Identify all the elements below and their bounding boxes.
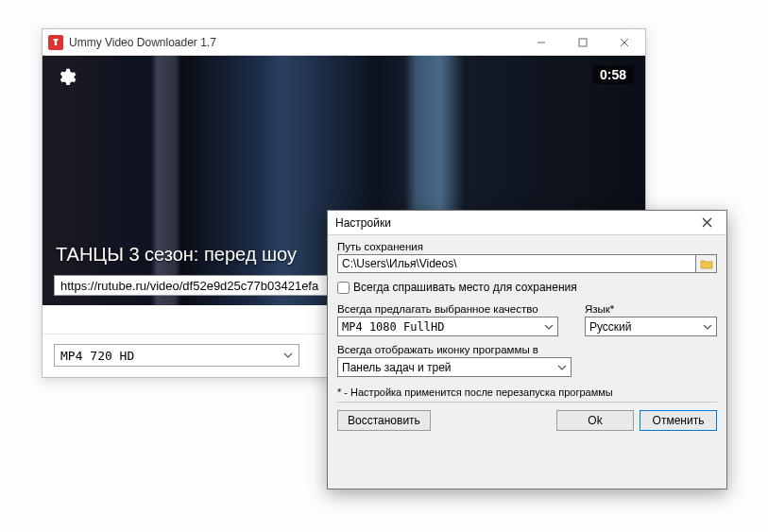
tray-label: Всегда отображать иконку программы в xyxy=(337,344,717,355)
video-title: ТАНЦЫ 3 сезон: перед шоу xyxy=(56,244,297,266)
maximize-button[interactable] xyxy=(562,29,604,55)
language-select[interactable]: Русский xyxy=(585,317,717,336)
dialog-close-button[interactable] xyxy=(687,211,726,234)
dialog-body: Путь сохранения Всегда спрашивать место … xyxy=(328,235,726,438)
window-title: Ummy Video Downloader 1.7 xyxy=(69,36,521,49)
chevron-down-icon xyxy=(703,322,712,332)
chevron-down-icon xyxy=(544,322,554,332)
cancel-button[interactable]: Отменить xyxy=(640,410,717,431)
svg-rect-0 xyxy=(55,43,57,45)
format-select-value: MP4 720 HD xyxy=(60,349,134,363)
always-ask-checkbox[interactable] xyxy=(337,282,350,294)
separator xyxy=(337,402,717,403)
ok-button[interactable]: Ok xyxy=(556,410,634,431)
chevron-down-icon xyxy=(283,351,293,360)
window-controls xyxy=(521,29,645,55)
video-duration: 0:58 xyxy=(592,65,634,84)
chevron-down-icon xyxy=(557,363,567,372)
folder-icon xyxy=(700,259,713,269)
quality-label: Всегда предлагать выбранное качество xyxy=(337,303,558,315)
restore-button[interactable]: Восстановить xyxy=(337,410,431,431)
gear-icon[interactable] xyxy=(56,67,77,88)
tray-select-value: Панель задач и трей xyxy=(342,361,452,374)
minimize-button[interactable] xyxy=(521,29,562,55)
quality-select-value: MP4 1080 FullHD xyxy=(342,320,444,334)
titlebar: Ummy Video Downloader 1.7 xyxy=(43,29,645,56)
browse-button[interactable] xyxy=(696,254,717,273)
save-path-label: Путь сохранения xyxy=(337,241,717,252)
language-label: Язык* xyxy=(585,303,717,315)
language-select-value: Русский xyxy=(589,320,632,334)
always-ask-label: Всегда спрашивать место для сохранения xyxy=(353,281,577,294)
save-path-input[interactable] xyxy=(337,254,696,273)
settings-dialog: Настройки Путь сохранения Всегда спрашив… xyxy=(327,210,727,489)
svg-rect-2 xyxy=(579,39,587,46)
app-icon xyxy=(48,35,63,50)
quality-select[interactable]: MP4 1080 FullHD xyxy=(337,317,558,336)
footnote: * - Настройка применится после перезапус… xyxy=(337,386,717,398)
dialog-titlebar: Настройки xyxy=(328,211,726,235)
format-select[interactable]: MP4 720 HD xyxy=(54,344,299,367)
dialog-title: Настройки xyxy=(335,216,687,230)
close-button[interactable] xyxy=(604,29,645,55)
tray-select[interactable]: Панель задач и трей xyxy=(337,357,572,377)
